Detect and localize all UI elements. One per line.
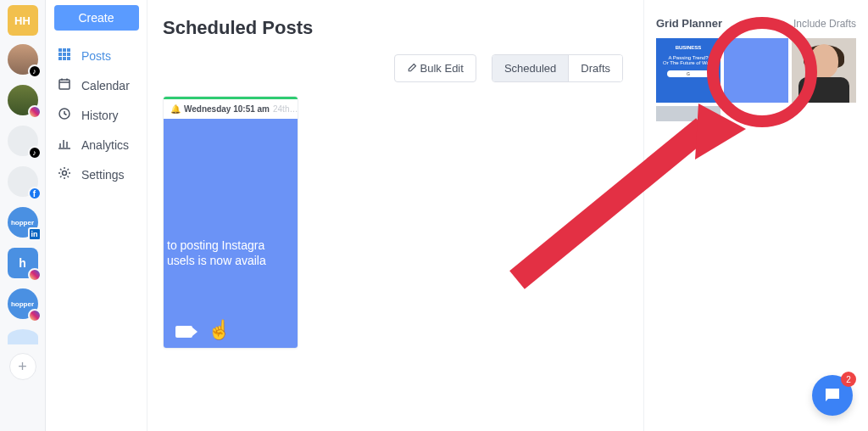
svg-rect-2	[67, 48, 70, 52]
tiktok-icon: ♪	[28, 146, 42, 160]
nav-label: History	[81, 109, 119, 122]
account-avatar[interactable]	[8, 85, 38, 115]
post-meta: 🔔 Wednesday 10:51 am 24th…	[164, 99, 298, 119]
instagram-icon	[28, 309, 42, 322]
grid-icon	[58, 48, 73, 64]
account-avatar[interactable]: ♪	[8, 44, 38, 75]
svg-point-18	[63, 171, 67, 176]
toolbar: Bulk Edit Scheduled Drafts	[163, 54, 623, 82]
svg-rect-7	[63, 57, 66, 60]
svg-rect-1	[63, 48, 66, 52]
nav-history[interactable]: History	[46, 100, 147, 130]
add-account-button[interactable]: +	[9, 353, 36, 380]
post-media: to posting Instagra usels is now availa …	[164, 119, 298, 348]
chat-button[interactable]: 2	[812, 375, 853, 416]
nav-label: Calendar	[81, 79, 130, 92]
nav-posts[interactable]: Posts	[46, 41, 147, 70]
video-icon	[175, 326, 192, 338]
svg-rect-4	[63, 53, 66, 56]
grid-tile[interactable]	[724, 38, 788, 103]
workspace-strip: HH ♪ ♪ f hopper in h hopper +	[0, 0, 46, 431]
page-title: Scheduled Posts	[163, 17, 623, 39]
bulk-edit-button[interactable]: Bulk Edit	[394, 54, 476, 82]
nav-label: Settings	[81, 168, 125, 182]
create-button[interactable]: Create	[54, 5, 139, 31]
nav-label: Posts	[81, 49, 111, 63]
svg-rect-0	[58, 48, 62, 52]
svg-rect-8	[67, 57, 70, 60]
nav-calendar[interactable]: Calendar	[46, 70, 147, 100]
tab-scheduled[interactable]: Scheduled	[492, 55, 569, 81]
post-card[interactable]: 🔔 Wednesday 10:51 am 24th… to posting In…	[163, 96, 298, 349]
tap-icon: ☝	[208, 319, 231, 341]
account-avatar[interactable]: f	[8, 166, 38, 197]
grid-tile[interactable]	[656, 106, 721, 121]
account-avatar[interactable]: hopper in	[8, 207, 38, 238]
bell-icon: 🔔	[170, 104, 181, 114]
instagram-icon	[28, 105, 42, 119]
chat-badge: 2	[841, 372, 856, 387]
nav-panel: Create Posts Calendar History Analytics …	[46, 0, 147, 431]
svg-rect-5	[67, 53, 70, 56]
account-avatar[interactable]: h	[8, 248, 38, 278]
account-avatar[interactable]: ♪	[8, 126, 38, 156]
workspace-avatar[interactable]: HH	[8, 5, 38, 36]
facebook-icon: f	[28, 187, 42, 200]
view-segment: Scheduled Drafts	[492, 54, 623, 82]
svg-rect-9	[59, 80, 70, 89]
bulk-edit-label: Bulk Edit	[420, 62, 464, 75]
calendar-icon	[58, 77, 73, 93]
grid-planner-title: Grid Planner	[656, 17, 722, 30]
grid-tile[interactable]	[792, 38, 856, 103]
tiktok-icon: ♪	[28, 64, 42, 78]
grid-planner-grid: BUSINESS A Passing Trend? Or The Future …	[656, 38, 856, 121]
svg-rect-3	[58, 53, 62, 56]
gear-icon	[58, 166, 73, 182]
grid-planner-panel: Grid Planner Include Drafts BUSINESS A P…	[643, 0, 868, 431]
include-drafts-toggle[interactable]: Include Drafts	[793, 18, 856, 30]
linkedin-icon: in	[28, 227, 42, 241]
account-avatar[interactable]	[8, 329, 38, 344]
analytics-icon	[58, 137, 73, 153]
tab-drafts[interactable]: Drafts	[569, 55, 622, 81]
svg-rect-6	[58, 57, 62, 60]
nav-analytics[interactable]: Analytics	[46, 130, 147, 160]
history-icon	[58, 107, 73, 123]
main-content: Scheduled Posts Bulk Edit Scheduled Draf…	[147, 0, 643, 431]
instagram-icon	[28, 268, 42, 282]
nav-label: Analytics	[81, 138, 129, 152]
nav-settings[interactable]: Settings	[46, 160, 147, 189]
account-avatar[interactable]: hopper	[8, 288, 38, 319]
grid-tile[interactable]: BUSINESS A Passing Trend? Or The Future …	[656, 38, 721, 103]
post-caption: to posting Instagra usels is now availa	[164, 238, 298, 268]
